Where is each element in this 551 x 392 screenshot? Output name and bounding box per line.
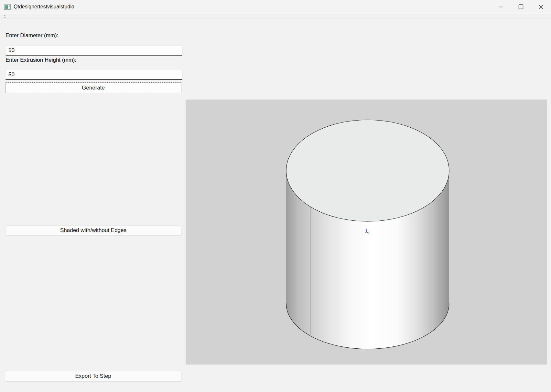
window-caption-buttons xyxy=(491,0,551,14)
3d-viewport[interactable] xyxy=(186,100,547,365)
app-window-icon xyxy=(4,4,11,10)
minimize-button[interactable] xyxy=(491,0,511,14)
close-icon xyxy=(538,4,544,9)
maximize-icon xyxy=(518,4,524,9)
window-title: Qtdesignertestvisualstudio xyxy=(14,4,74,10)
diameter-label: Enter Diameter (mm): xyxy=(5,32,58,39)
title-bar: Qtdesignertestvisualstudio xyxy=(0,0,551,14)
cylinder-3d-scene xyxy=(186,100,547,365)
toolbar-drag-handle-icon[interactable] xyxy=(4,15,6,18)
maximize-button[interactable] xyxy=(511,0,531,14)
minimize-icon xyxy=(498,4,503,9)
diameter-input[interactable] xyxy=(5,46,183,56)
extrusion-height-label: Enter Extrusion Height (mm): xyxy=(5,57,76,63)
toolbar-strip xyxy=(0,14,551,19)
cylinder-top-face xyxy=(286,120,449,221)
extrusion-height-input[interactable] xyxy=(5,70,183,80)
shaded-edges-toggle-button[interactable]: Shaded with/without Edges xyxy=(5,225,181,235)
export-to-step-button[interactable]: Export To Step xyxy=(5,371,181,381)
generate-button[interactable]: Generate xyxy=(5,82,181,93)
app-window: Qtdesignertestvisualstudio xyxy=(0,0,551,392)
close-button[interactable] xyxy=(531,0,551,14)
